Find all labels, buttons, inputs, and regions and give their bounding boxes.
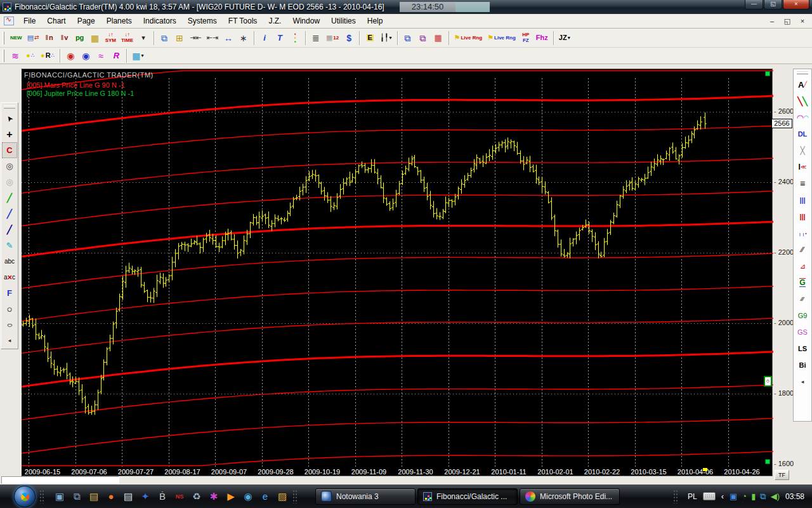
ls-tool[interactable]: LS xyxy=(795,340,810,357)
hp-fz-button[interactable]: HPFZ xyxy=(518,30,534,46)
crosshair-tool[interactable]: + xyxy=(2,126,17,142)
menu-ft-tools[interactable]: FT Tools xyxy=(223,14,263,28)
fan-lines-tool[interactable]: ∕∕∕ xyxy=(795,291,810,307)
vertical-lines-blue-tool[interactable]: ||| xyxy=(795,192,810,208)
resize-handle-top-icon[interactable] xyxy=(765,71,770,76)
graphics-app-icon[interactable]: ✱ xyxy=(207,490,220,503)
fibonacci-tool[interactable]: F xyxy=(2,285,17,301)
task-photoeditor[interactable]: Microsoft Photo Edi... xyxy=(520,488,620,505)
pencil-line-tool[interactable]: ✎ xyxy=(2,237,17,253)
tray-app-icon[interactable]: ▣ xyxy=(730,491,737,502)
mdi-close-button[interactable]: × xyxy=(798,17,807,25)
live-range-red-button[interactable]: ⚑Live Rng xyxy=(452,30,485,46)
center-button[interactable]: ∗ xyxy=(236,30,251,46)
g9-tool[interactable]: G9 xyxy=(795,307,810,324)
gann-grid-tool[interactable]: G xyxy=(795,274,810,291)
internet-explorer-icon[interactable]: e xyxy=(259,490,272,503)
wave-lines-button[interactable]: ≈ xyxy=(93,48,108,64)
menu-file[interactable]: File xyxy=(18,14,41,28)
resize-handle-bottom-icon[interactable] xyxy=(765,459,770,464)
tray-clock-icon[interactable]: ◔ xyxy=(742,491,747,502)
zoom-tool[interactable]: ◎ xyxy=(2,158,17,174)
toolbar-grip[interactable] xyxy=(3,32,4,44)
b-app-icon[interactable]: Ḃ xyxy=(156,490,169,503)
tray-network-icon[interactable]: ⧉ xyxy=(760,491,766,502)
arcs-tool[interactable]: ◠◠ xyxy=(795,109,810,126)
menu-utilities[interactable]: Utilities xyxy=(325,14,362,28)
close-button[interactable]: × xyxy=(783,0,809,10)
target-circles-button[interactable]: ◉ xyxy=(63,48,78,64)
i-lines-tool[interactable]: I≪ xyxy=(795,159,810,175)
delete-text-tool[interactable]: a×c xyxy=(2,269,17,285)
retrograde-line-button[interactable]: R xyxy=(108,48,124,64)
circle-tool[interactable]: ○ xyxy=(2,301,17,317)
menu-help[interactable]: Help xyxy=(362,14,389,28)
media-player-icon[interactable]: ▶ xyxy=(225,490,237,503)
move-horizontal-button[interactable]: ↔ xyxy=(221,30,236,46)
traffic-light-button[interactable]: ●●● xyxy=(287,30,303,46)
new-chart-button[interactable]: NEW xyxy=(8,30,25,46)
parallel-lines-tool[interactable]: ∕∕ xyxy=(795,241,810,258)
grid-window-button[interactable]: ▦ xyxy=(88,30,103,46)
collapse-right-toolbar[interactable]: ◂ xyxy=(795,373,810,390)
station-marker-icon[interactable]: ○ xyxy=(764,376,772,387)
fhz-button[interactable]: Fhz xyxy=(534,30,551,46)
show-desktop-icon[interactable]: ▣ xyxy=(53,490,66,503)
mini-bars-tool[interactable]: ╷╷▪ xyxy=(795,225,810,241)
restore-button[interactable]: ◱ xyxy=(764,0,782,10)
chart-menu-icon[interactable] xyxy=(4,17,14,25)
time-button[interactable]: ↓↑TIME xyxy=(119,30,136,46)
menu-systems[interactable]: Systems xyxy=(182,14,223,28)
timeframe-button[interactable]: TF xyxy=(775,470,789,480)
bi-tool[interactable]: Bi xyxy=(795,357,810,373)
status-input[interactable] xyxy=(1,476,119,484)
trendline-green-tool[interactable]: ╱ xyxy=(2,190,17,206)
symbol-dropdown[interactable]: ▾ xyxy=(136,30,151,46)
horizontal-lines-tool[interactable]: ≡ xyxy=(795,175,810,192)
bar-type-button[interactable]: ╽╿▾ xyxy=(377,30,394,46)
menu-indicators[interactable]: Indicators xyxy=(138,14,182,28)
dollar-button[interactable]: $ xyxy=(341,30,357,46)
menu-page[interactable]: Page xyxy=(72,14,101,28)
menu-chart[interactable]: Chart xyxy=(41,14,71,28)
gs-tool[interactable]: GS xyxy=(795,324,810,340)
tray-battery-icon[interactable]: ▮ xyxy=(751,491,756,502)
firefox-icon[interactable]: ● xyxy=(105,490,117,503)
tray-volume-icon[interactable]: ◀) xyxy=(771,491,780,502)
cascade-windows-button[interactable]: ⧉ xyxy=(157,30,172,46)
notepad-icon[interactable]: ▤ xyxy=(122,490,134,503)
price-chart[interactable] xyxy=(22,69,773,470)
expand-scale-button[interactable]: ⇤⇥ xyxy=(204,30,221,46)
planet-retrograde-button[interactable]: ●R∴ xyxy=(38,48,57,64)
recycle-bin-icon[interactable]: ♻ xyxy=(190,490,203,503)
bars-n-button[interactable]: ǁn xyxy=(42,30,57,46)
pointer-tool[interactable]: ➤ xyxy=(2,110,17,126)
toolbar-grip[interactable] xyxy=(3,50,4,62)
menu-planets[interactable]: Planets xyxy=(101,14,138,28)
menu-j-z-[interactable]: J.Z. xyxy=(263,14,287,28)
mdi-restore-button[interactable]: ◱ xyxy=(783,17,792,25)
messenger-icon[interactable]: ✦ xyxy=(139,490,152,503)
chart-plot-area[interactable]: FIBONACCI/GALACTIC TRADER(TM) [005] Mars… xyxy=(21,69,773,476)
open-chart-button[interactable]: ▤⇄ xyxy=(25,30,42,46)
clock[interactable]: 03:58 xyxy=(785,492,804,501)
text-abc-tool[interactable]: abc xyxy=(2,253,17,269)
language-indicator[interactable]: PL xyxy=(688,492,697,501)
sym-button[interactable]: ↓↑SYM xyxy=(103,30,119,46)
mdi-minimize-button[interactable]: – xyxy=(768,17,776,25)
task-fibonacci[interactable]: Fibonacci/Galactic ... xyxy=(417,488,518,505)
triangle-tool[interactable]: ⊿ xyxy=(795,258,810,274)
magnet-tool[interactable]: C xyxy=(2,142,17,158)
chrome-icon[interactable]: ◉ xyxy=(242,490,254,503)
vertical-lines-red-tool[interactable]: ||| xyxy=(795,208,810,225)
chart-windows-blue-button[interactable]: ⧉ xyxy=(400,30,416,46)
zoom-out-tool[interactable]: ◎ xyxy=(2,174,17,190)
chart-windows-purple-button[interactable]: ⧉ xyxy=(416,30,431,46)
annotate-button[interactable]: i xyxy=(257,30,272,46)
add-window-button[interactable]: ⊞ xyxy=(172,30,187,46)
calendar-button[interactable]: ▦12 xyxy=(324,30,341,46)
pg-button[interactable]: pg xyxy=(72,30,88,46)
matrix-grid-button[interactable]: ▦▾ xyxy=(129,48,146,64)
task-notowania[interactable]: Notowania 3 xyxy=(315,488,416,505)
ns-app-icon[interactable]: NS xyxy=(173,490,186,503)
